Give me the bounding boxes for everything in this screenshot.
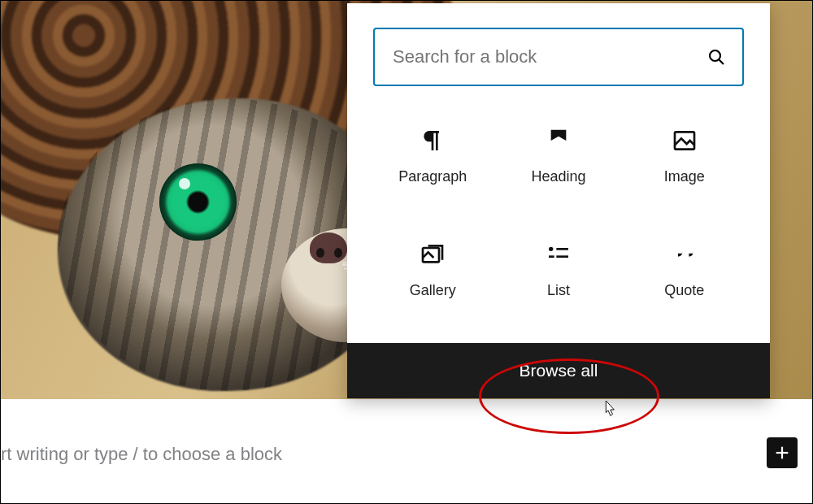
gallery-icon [420, 241, 446, 267]
block-option-heading[interactable]: Heading [496, 111, 622, 202]
list-icon [546, 241, 572, 267]
search-icon [706, 47, 726, 67]
pointer-cursor-icon [600, 399, 618, 420]
block-option-label: Paragraph [398, 168, 467, 185]
add-block-button[interactable] [767, 437, 798, 468]
block-option-label: List [547, 282, 570, 299]
quote-icon [672, 241, 698, 267]
browse-all-button[interactable]: Browse all [347, 343, 770, 398]
svg-point-2 [710, 50, 720, 61]
block-search-field[interactable] [373, 28, 744, 86]
svg-line-3 [720, 60, 724, 65]
block-option-label: Image [664, 168, 705, 185]
block-option-label: Gallery [410, 282, 456, 299]
editor-viewport: rt writing or type / to choose a block P… [0, 0, 813, 504]
block-option-gallery[interactable]: Gallery [370, 224, 496, 315]
plus-icon [773, 444, 791, 462]
paragraph-icon [420, 128, 446, 154]
block-option-label: Heading [531, 168, 585, 185]
svg-rect-8 [549, 255, 554, 258]
heading-icon [546, 128, 572, 154]
block-option-quote[interactable]: Quote [621, 224, 747, 315]
image-icon [672, 128, 698, 154]
block-grid: Paragraph Heading Image Ga [347, 101, 770, 343]
block-inserter-panel: Paragraph Heading Image Ga [347, 3, 770, 398]
block-option-label: Quote [664, 282, 704, 299]
block-option-image[interactable]: Image [621, 111, 747, 202]
svg-rect-7 [556, 248, 568, 250]
cat-eye [159, 163, 237, 241]
svg-rect-9 [556, 255, 568, 258]
block-search-input[interactable] [391, 46, 706, 68]
svg-point-6 [549, 246, 553, 250]
block-option-list[interactable]: List [496, 224, 622, 315]
block-option-paragraph[interactable]: Paragraph [370, 111, 496, 202]
browse-all-label: Browse all [520, 361, 598, 380]
paragraph-placeholder[interactable]: rt writing or type / to choose a block [1, 444, 282, 465]
